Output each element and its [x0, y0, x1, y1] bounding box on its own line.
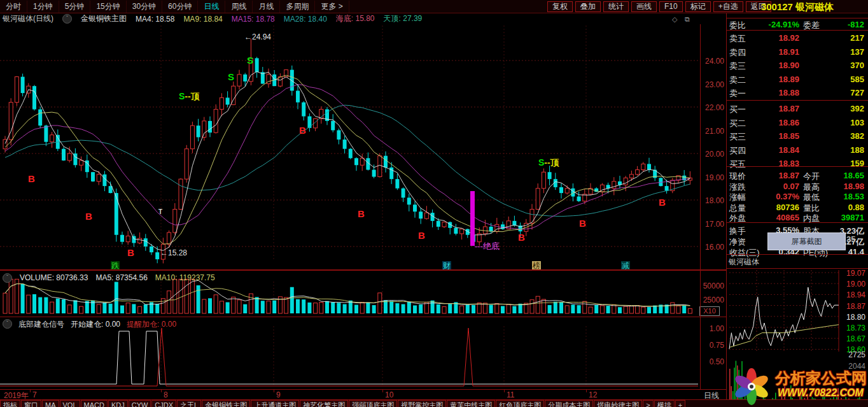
sell-row-volume: 137 — [820, 47, 864, 57]
window-icon[interactable]: ⧉ — [685, 15, 690, 24]
indicator-tab-14[interactable]: 视野掌控主图 — [398, 400, 446, 407]
indicator-tab-6[interactable]: KDJ — [108, 400, 128, 407]
buy-marker: B — [85, 211, 92, 222]
price-axis-label: 24.00 — [701, 57, 724, 66]
menu-item-5[interactable]: 30分钟 — [127, 1, 162, 13]
price-axis-label: 20.00 — [701, 150, 724, 159]
toolbar-button-3[interactable]: 统计 — [603, 1, 629, 12]
divider-volume-signal — [0, 317, 726, 317]
quote-row-label2: 量比 — [803, 203, 820, 214]
diamond-icon[interactable]: ◇ — [672, 15, 677, 24]
ma-label-3: MA15: 18.78 — [232, 15, 275, 24]
minichart-price-label: 18.73 — [840, 324, 865, 332]
buy-marker: B — [418, 230, 425, 241]
signal-title: 底部建仓信号 — [18, 319, 64, 330]
watermark: 分析家公式网 WWW.70822.COM — [729, 366, 868, 406]
sell-row-price: 18.90 — [755, 61, 799, 70]
indicator-tab-18[interactable]: 煜电妙律主图 — [594, 400, 642, 407]
menu-item-2[interactable]: 1分钟 — [27, 1, 59, 13]
indicator-tab-11[interactable]: 上升通道主图 — [251, 400, 299, 407]
indicator-tab-3[interactable]: MA — [42, 400, 59, 407]
top-suffix: --顶 — [544, 157, 559, 168]
tooltip-extra-value: 35 — [846, 234, 855, 244]
buy-marker: B — [28, 173, 35, 184]
volume-collapse-icon[interactable]: ˇ — [3, 273, 12, 283]
toolbar-button-5[interactable]: F10 — [659, 1, 683, 12]
collapse-chevron-icon[interactable]: ˇ — [62, 14, 72, 24]
menu-item-9[interactable]: 月线 — [253, 1, 280, 13]
indicator-tab-2[interactable]: 窗口 — [21, 400, 41, 407]
menu-item-4[interactable]: 15分钟 — [90, 1, 126, 13]
sell-row-volume: 727 — [820, 88, 864, 97]
indicator-tab-1[interactable]: 指标 — [0, 400, 20, 407]
flower-logo-icon — [731, 367, 773, 406]
indicator-tab-17[interactable]: 分期成本主图 — [545, 400, 593, 407]
indicator-tab-9[interactable]: 之王L — [177, 400, 201, 407]
toolbar-button-1[interactable]: 复权 — [547, 1, 573, 12]
signal-marker-stop: S--顶 — [538, 157, 559, 169]
s-marker: S — [538, 157, 544, 168]
menu-item-11[interactable]: 更多 > — [315, 1, 349, 13]
quote-row-value: 40865 — [755, 213, 799, 222]
menu-item-3[interactable]: 5分钟 — [59, 1, 91, 13]
menu-item-7[interactable]: 日线 — [198, 1, 225, 13]
menu-item-8[interactable]: 周线 — [225, 1, 253, 13]
indicator-tab-16[interactable]: 红色顶底主图 — [496, 400, 544, 407]
indicator-tab-4[interactable]: VOL — [60, 400, 80, 407]
month-label: 12 — [589, 390, 597, 399]
indicator-tab-7[interactable]: CYW — [129, 400, 151, 407]
watermark-site: 分析家公式网 — [775, 368, 867, 389]
buy-marker: B — [518, 232, 525, 243]
signal-start: 开始建仓: 0.00 — [71, 319, 120, 330]
quote-row-value: 0.37% — [755, 192, 799, 201]
screenshot-tooltip: 屏幕截图 — [767, 232, 846, 250]
toolbar-button-4[interactable]: 画线 — [631, 1, 657, 12]
indicator-tab-21[interactable]: + — [675, 400, 685, 407]
price-axis-label: 16.00 — [701, 243, 724, 252]
menu-item-1[interactable]: 分时 — [0, 1, 27, 13]
quote-row-label2: 最低 — [803, 192, 820, 203]
indicator-tab-13[interactable]: 强弱顶底主图 — [349, 400, 397, 407]
toolbar-button-6[interactable]: 标记 — [685, 1, 711, 12]
band-label: 跌 — [111, 261, 120, 270]
signal-axis-label: 0.75 — [701, 341, 724, 350]
indicator-tab-8[interactable]: CJDX — [151, 400, 176, 407]
panel-sep-7 — [727, 268, 868, 269]
indicator-name[interactable]: 金银铜铁主图 — [81, 13, 127, 24]
volume-axis-label: 50000 — [701, 282, 724, 290]
indicator-tab-10[interactable]: 金银铜铁主图 — [202, 400, 250, 407]
toolbar-button-2[interactable]: 叠加 — [575, 1, 601, 12]
ma-label-1: MA4: 18.58 — [136, 15, 174, 24]
minichart-price-label: 18.67 — [840, 334, 865, 343]
month-tick — [586, 390, 587, 392]
quote-row-label2: 今开 — [803, 171, 820, 182]
minichart-price-label: 19.00 — [840, 280, 865, 289]
buy-row-volume: 103 — [820, 118, 864, 127]
buy-marker: B — [579, 218, 586, 229]
sell-marker: S — [228, 71, 234, 82]
indicator-tab-15[interactable]: 黄芙中线主图 — [447, 400, 495, 407]
panel-sep-2 — [727, 30, 868, 31]
menu-item-10[interactable]: 多周期 — [280, 1, 315, 13]
indicator-tab-12[interactable]: 神艺化繁主图 — [300, 400, 348, 407]
menu-item-6[interactable]: 60分钟 — [162, 1, 198, 13]
buy-row-volume: 188 — [820, 145, 864, 155]
indicator-tab-20[interactable]: 横排 — [654, 400, 675, 407]
signal-collapse-icon[interactable]: ˇ — [3, 319, 12, 329]
minichart-vol-label: 2725 — [840, 350, 865, 359]
month-label: 9 — [276, 390, 281, 399]
chart-annotation: T — [158, 208, 162, 215]
buy-row-price: 18.85 — [755, 131, 799, 141]
buy-marker: B — [358, 208, 365, 219]
indicator-tab-5[interactable]: MACD — [81, 400, 108, 407]
quote-row-value: 0.07 — [755, 182, 799, 191]
buy-row-price: 18.84 — [755, 145, 799, 155]
trading-terminal: 分时1分钟5分钟15分钟30分钟60分钟日线周线月线多周期更多 > 复权叠加统计… — [0, 0, 868, 407]
panel-sep-5 — [727, 222, 868, 223]
quote-row-label: 涨跌 — [729, 182, 746, 193]
indicator-tab-19[interactable]: > — [643, 400, 653, 407]
sky-top-label: 天顶: 27.39 — [384, 13, 423, 24]
sell-row-label: 卖三 — [729, 61, 746, 72]
volume-axis-label: 25000 — [701, 296, 724, 304]
signal-remind: 提醒加仓: 0.00 — [127, 319, 176, 330]
